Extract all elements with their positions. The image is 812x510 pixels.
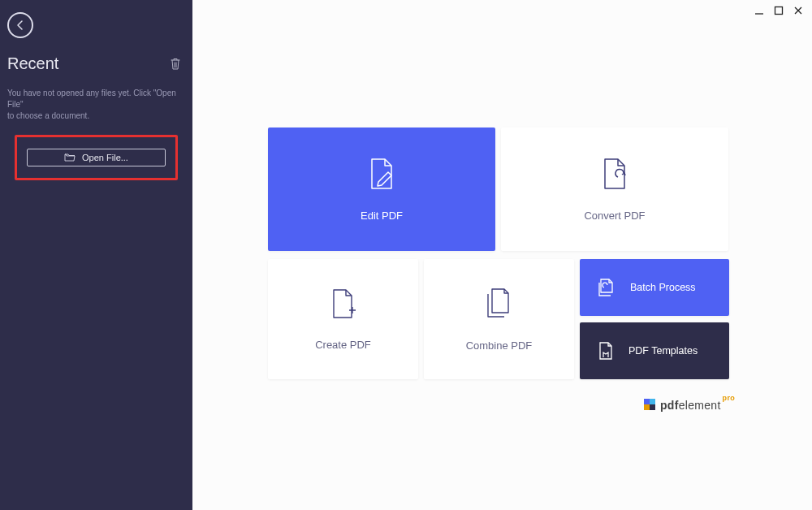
create-pdf-tile[interactable]: Create PDF [268, 259, 418, 379]
open-file-button[interactable]: Open File... [27, 149, 166, 166]
tile-label: Combine PDF [466, 339, 533, 352]
highlight-annotation: Open File... [15, 135, 178, 180]
edit-pdf-tile[interactable]: Edit PDF [268, 128, 495, 251]
tile-label: Convert PDF [584, 210, 645, 222]
convert-pdf-icon [600, 158, 629, 190]
maximize-icon [774, 6, 784, 15]
tile-label: Create PDF [315, 339, 371, 351]
folder-open-icon [64, 153, 76, 162]
combine-pdf-tile[interactable]: Combine PDF [424, 259, 574, 379]
combine-pdf-icon [484, 287, 515, 320]
close-icon [793, 6, 803, 15]
back-button[interactable] [7, 12, 33, 38]
pdf-templates-tile[interactable]: PDF Templates [580, 322, 729, 379]
batch-process-icon [598, 278, 615, 297]
window-controls [754, 5, 804, 16]
recent-title: Recent [7, 54, 58, 73]
create-pdf-icon [330, 288, 357, 319]
brand-logo-text: pdfelementpro [644, 398, 735, 412]
maximize-button[interactable] [773, 5, 784, 16]
sidebar: Recent You have not opened any files yet… [0, 0, 192, 510]
main-area: Edit PDF Convert PDF [192, 0, 812, 510]
tile-label: PDF Templates [628, 345, 698, 357]
tile-label: Batch Process [630, 282, 696, 293]
convert-pdf-tile[interactable]: Convert PDF [501, 128, 728, 251]
edit-pdf-icon [367, 158, 396, 190]
svg-rect-1 [775, 7, 783, 15]
minimize-button[interactable] [754, 5, 765, 16]
trash-icon[interactable] [170, 58, 181, 71]
recent-empty-message: You have not opened any files yet. Click… [0, 88, 192, 122]
close-button[interactable] [793, 5, 804, 16]
pdf-templates-icon [598, 341, 614, 361]
minimize-icon [754, 6, 764, 15]
logo-icon [644, 399, 655, 410]
batch-process-tile[interactable]: Batch Process [580, 259, 729, 316]
tile-label: Edit PDF [361, 210, 403, 222]
chevron-left-icon [15, 20, 25, 30]
